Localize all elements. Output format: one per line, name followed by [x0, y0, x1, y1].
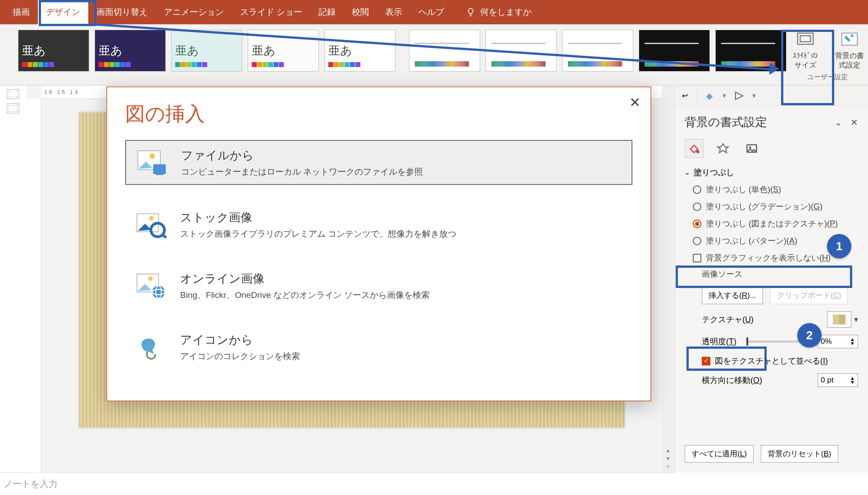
- close-icon[interactable]: ✕: [629, 94, 641, 110]
- dropdown-icon[interactable]: ▾: [854, 315, 858, 324]
- svg-point-11: [150, 153, 155, 159]
- option-title: アイコンから: [180, 332, 300, 348]
- effects-tab-icon[interactable]: [713, 139, 732, 158]
- svg-point-20: [152, 286, 165, 298]
- tab-design[interactable]: デザイン: [38, 0, 88, 24]
- svg-rect-13: [156, 172, 163, 175]
- theme-thumb[interactable]: 亜あ: [171, 30, 242, 72]
- annotation-badge-1: 1: [827, 234, 851, 258]
- tab-draw[interactable]: 描画: [5, 0, 38, 24]
- annotation-arrow-head: [769, 63, 779, 75]
- stock-images-icon: [135, 211, 167, 238]
- option-from-file[interactable]: ファイルからコンピューターまたはローカル ネットワークのファイルを参照: [125, 140, 632, 185]
- svg-point-4: [696, 150, 700, 153]
- format-background-label: 背景の書 式設定: [835, 51, 864, 70]
- svg-marker-5: [718, 144, 728, 153]
- svg-line-17: [162, 234, 167, 238]
- shape-outline-icon[interactable]: [734, 91, 744, 101]
- offset-x-label: 横方向に移動(O): [702, 375, 762, 386]
- offset-x-value[interactable]: 0 pt▲▼: [818, 374, 858, 387]
- tab-help[interactable]: ヘルプ: [410, 0, 452, 24]
- option-title: ファイルから: [181, 148, 423, 163]
- option-desc: コンピューターまたはローカル ネットワークのファイルを参照: [181, 166, 423, 178]
- icons-icon: [135, 333, 167, 360]
- slide-size-label: ｽﾗｲﾄﾞの サイズ: [793, 51, 818, 70]
- fill-gradient-radio[interactable]: 塗りつぶし (グラデーション)(G): [693, 201, 858, 212]
- ribbon-content: 亜あ 亜あ 亜あ 亜あ 亜あ ｽﾗｲﾄﾞの サイズ 背景の書 式設定 ユーザー設…: [0, 24, 868, 86]
- option-desc: Bing、Flickr、OneDrive などのオンライン ソースから画像を検索: [180, 289, 430, 301]
- shape-fill-icon[interactable]: [704, 91, 714, 101]
- tell-me-search[interactable]: 何をしますか: [466, 6, 532, 18]
- clipboard-button: クリップボード(C): [770, 287, 848, 304]
- theme-thumb[interactable]: 亜あ: [95, 30, 166, 72]
- svg-rect-1: [800, 36, 811, 41]
- option-desc: ストック画像ライブラリのプレミアム コンテンツで、想像力を解き放つ: [180, 228, 456, 240]
- undo-icon[interactable]: ↩: [682, 91, 688, 100]
- tile-as-texture-check[interactable]: 図をテクスチャとして並べる(I): [702, 356, 858, 366]
- online-images-icon: [135, 272, 167, 299]
- collapse-icon[interactable]: ⌄: [835, 117, 842, 128]
- file-picture-icon: [136, 149, 168, 176]
- slide-thumbnails-toolbar: [0, 86, 26, 472]
- svg-point-15: [149, 216, 154, 220]
- fill-solid-radio[interactable]: 塗りつぶし (単色)(S): [693, 184, 858, 195]
- customize-group: ｽﾗｲﾄﾞの サイズ 背景の書 式設定 ユーザー設定: [786, 28, 868, 81]
- format-background-icon: [839, 29, 860, 50]
- svg-point-7: [749, 146, 751, 148]
- tab-transitions[interactable]: 画面切り替え: [88, 0, 156, 24]
- notes-input[interactable]: ノートを入力: [0, 472, 674, 495]
- insert-picture-dialog: ✕ 図の挿入 ファイルからコンピューターまたはローカル ネットワークのファイルを…: [106, 86, 651, 401]
- tab-slideshow[interactable]: スライド ショー: [232, 0, 310, 24]
- format-background-button[interactable]: 背景の書 式設定: [831, 29, 868, 70]
- variant-thumb[interactable]: [409, 30, 480, 72]
- customize-group-label: ユーザー設定: [807, 73, 848, 81]
- slide-size-icon: [795, 29, 816, 50]
- thumbnail-toggle[interactable]: [7, 104, 19, 113]
- texture-picker[interactable]: [827, 311, 851, 328]
- svg-point-3: [851, 34, 854, 37]
- option-from-icons[interactable]: アイコンからアイコンのコレクションを検索: [125, 325, 632, 369]
- theme-thumb[interactable]: 亜あ: [18, 30, 89, 72]
- fill-section-header[interactable]: ⌄塗りつぶし: [675, 163, 868, 181]
- transparency-label: 透明度(T): [702, 336, 736, 347]
- texture-label: テクスチャ(U): [702, 314, 754, 325]
- themes-gallery[interactable]: 亜あ 亜あ 亜あ 亜あ 亜あ: [18, 28, 395, 72]
- option-desc: アイコンのコレクションを検索: [180, 351, 300, 362]
- tab-animations[interactable]: アニメーション: [156, 0, 232, 24]
- vertical-scrollbar[interactable]: ▲▼✧: [662, 86, 674, 472]
- tab-review[interactable]: 校閲: [344, 0, 377, 24]
- transparency-value[interactable]: 0%▲▼: [818, 335, 858, 348]
- tab-record[interactable]: 記録: [310, 0, 344, 24]
- option-stock-images[interactable]: ストック画像ストック画像ライブラリのプレミアム コンテンツで、想像力を解き放つ: [125, 203, 632, 246]
- apply-to-all-button[interactable]: すべてに適用(L): [685, 445, 754, 463]
- pane-category-tabs: [675, 135, 868, 163]
- pane-quick-tools: ↩ ▾ ▾: [675, 86, 868, 106]
- insert-picture-button[interactable]: 挿入する(R)...: [702, 287, 763, 304]
- picture-tab-icon[interactable]: [742, 139, 761, 158]
- tell-me-label: 何をしますか: [480, 6, 532, 18]
- slide-size-button[interactable]: ｽﾗｲﾄﾞの サイズ: [786, 29, 824, 70]
- ribbon-tabs: 描画 デザイン 画面切り替え アニメーション スライド ショー 記録 校閲 表示…: [0, 0, 868, 24]
- fill-tab-icon[interactable]: [685, 139, 704, 158]
- outline-toggle[interactable]: [7, 89, 19, 99]
- option-online-images[interactable]: オンライン画像Bing、Flickr、OneDrive などのオンライン ソース…: [125, 264, 632, 307]
- image-source-label: 画像ソース: [702, 269, 858, 279]
- annotation-badge-2: 2: [797, 323, 822, 347]
- vertical-ruler: [26, 99, 41, 472]
- svg-rect-9: [839, 315, 845, 324]
- tab-view[interactable]: 表示: [377, 0, 410, 24]
- variant-thumb[interactable]: [562, 30, 633, 72]
- close-pane-icon[interactable]: ✕: [850, 117, 858, 128]
- reset-background-button[interactable]: 背景のリセット(B): [761, 445, 838, 463]
- option-title: オンライン画像: [180, 271, 430, 287]
- svg-point-19: [148, 276, 153, 281]
- fill-picture-radio[interactable]: 塗りつぶし (図またはテクスチャ)(P): [693, 218, 858, 229]
- pane-title: 背景の書式設定: [685, 114, 767, 130]
- lightbulb-icon: [466, 7, 476, 17]
- option-title: ストック画像: [180, 210, 456, 225]
- theme-thumb[interactable]: 亜あ: [324, 30, 395, 72]
- format-background-pane: ↩ ▾ ▾ 背景の書式設定 ⌄ ✕ ⌄塗りつぶし 塗りつぶし (単色)(S) 塗…: [674, 86, 868, 472]
- dialog-title: 図の挿入: [107, 87, 650, 138]
